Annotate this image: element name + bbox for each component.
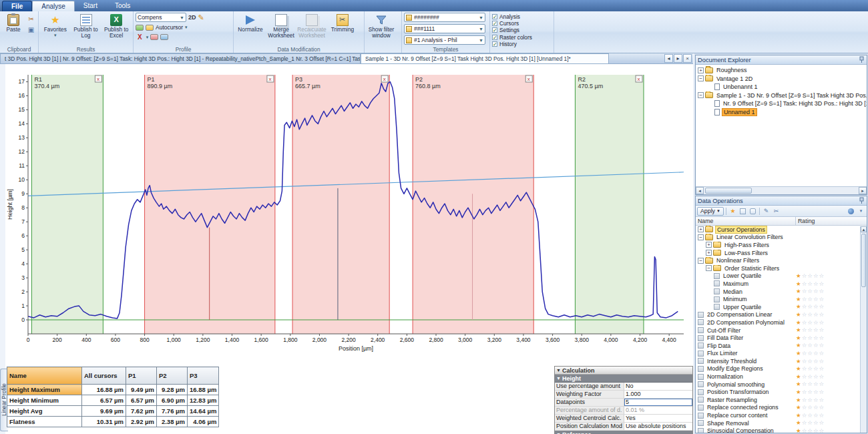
collapse-icon[interactable]: ▼ bbox=[556, 376, 561, 381]
scroll-right-icon[interactable]: ▸ bbox=[859, 187, 867, 194]
tab-scroll-right-button[interactable]: ▸ bbox=[674, 54, 682, 63]
data-op-item[interactable]: Position Transformation★☆☆☆☆ bbox=[696, 388, 867, 396]
checkbox-raster-colors[interactable]: ✓Raster colors bbox=[492, 34, 552, 41]
column-header-rating[interactable]: Rating bbox=[796, 217, 867, 225]
data-op-item[interactable]: Modify Edge Regions★☆☆☆☆ bbox=[696, 365, 867, 373]
cut-icon[interactable]: ✂ bbox=[26, 14, 36, 23]
tab-analyse[interactable]: Analyse bbox=[32, 1, 75, 11]
data-op-item[interactable]: Flip Data★☆☆☆☆ bbox=[696, 342, 867, 350]
close-icon[interactable]: x bbox=[383, 76, 386, 82]
favorite-star-icon[interactable]: ★ bbox=[728, 207, 737, 216]
data-op-item[interactable]: Polynomial smoothing★☆☆☆☆ bbox=[696, 381, 867, 389]
data-op-item[interactable]: −Linear Convolution Filters bbox=[696, 234, 867, 242]
data-op-item[interactable]: Cut-Off Filter★☆☆☆☆ bbox=[696, 327, 867, 335]
table-row[interactable]: Height Minimum6.57 µm6.57 µm6.90 µm12.83… bbox=[7, 395, 219, 406]
prop-value[interactable]: 1.000 bbox=[624, 391, 692, 398]
horizontal-scrollbar[interactable]: ◂ ▸ bbox=[696, 186, 867, 194]
data-op-item[interactable]: Sinusoidal Compensation★☆☆☆☆ bbox=[696, 427, 867, 433]
data-op-item[interactable]: +High-Pass Filters bbox=[696, 241, 867, 249]
close-icon[interactable]: x bbox=[97, 76, 99, 82]
doc-tree-item[interactable]: Nr. 9 Offset [Z=9 S=1] Task: Hight 3D Po… bbox=[696, 99, 867, 108]
tree-expander-icon[interactable]: − bbox=[698, 234, 704, 240]
prop-category-header[interactable]: ▼Calculation bbox=[555, 367, 692, 375]
pin-icon[interactable] bbox=[859, 56, 865, 63]
table-row[interactable]: Height Maximum16.88 µm9.49 µm9.28 µm16.8… bbox=[7, 385, 219, 395]
snap-icon[interactable] bbox=[160, 34, 168, 40]
template-dropdown-3[interactable]: #1 Analysis - Phil ▼ bbox=[404, 35, 485, 45]
tree-expander-icon[interactable]: + bbox=[698, 67, 704, 73]
list-view-icon[interactable] bbox=[748, 207, 757, 216]
worksheet-tab-1[interactable]: t 3D Pos. Hight 3D [1] | Nr. 9 Offset: [… bbox=[0, 53, 361, 63]
clear-filter-icon[interactable]: ✂ bbox=[772, 207, 781, 216]
prop-section-height[interactable]: ▼Height bbox=[555, 375, 692, 383]
collapse-icon[interactable]: ▼ bbox=[556, 368, 561, 373]
prop-value[interactable]: 5 bbox=[624, 399, 692, 406]
close-icon[interactable]: x bbox=[268, 76, 271, 82]
region-P3[interactable] bbox=[292, 75, 389, 334]
region-R1[interactable] bbox=[31, 75, 103, 334]
scrollbar-thumb[interactable] bbox=[861, 234, 866, 287]
tree-expander-icon[interactable]: − bbox=[698, 258, 704, 264]
prop-section-reference[interactable]: ▼Reference bbox=[555, 431, 692, 434]
tab-scroll-left-button[interactable]: ◂ bbox=[664, 54, 673, 63]
region-P2[interactable] bbox=[413, 75, 533, 334]
prop-value[interactable]: Yes bbox=[624, 415, 692, 422]
tree-expander-icon[interactable]: − bbox=[706, 265, 712, 271]
tree-expander-icon[interactable]: − bbox=[698, 92, 704, 98]
paste-button[interactable]: Paste bbox=[2, 13, 25, 33]
scroll-up-icon[interactable]: ▲ bbox=[861, 226, 867, 232]
checkbox-settings[interactable]: ✓Settings bbox=[492, 27, 552, 33]
recalculate-worksheet-button[interactable]: Recalculate Worksheet bbox=[297, 13, 327, 39]
data-op-item[interactable]: Raster Resampling★☆☆☆☆ bbox=[696, 396, 867, 404]
show-filter-window-button[interactable]: Show filter window bbox=[367, 13, 396, 39]
table-row[interactable]: Flatness10.31 µm2.92 µm2.38 µm4.06 µm bbox=[7, 417, 219, 427]
data-op-item[interactable]: Maximum★☆☆☆☆ bbox=[696, 280, 867, 288]
normalize-button[interactable]: Normalize bbox=[236, 13, 265, 33]
results-column-header[interactable]: P1 bbox=[126, 367, 157, 385]
yellow-marker-icon[interactable] bbox=[146, 25, 154, 31]
autocursor-dropdown-arrow[interactable]: ▾ bbox=[185, 25, 188, 30]
vertical-scrollbar[interactable]: ▲ bbox=[860, 226, 867, 433]
compens-dropdown[interactable]: Compens ▼ bbox=[136, 13, 186, 22]
tab-start[interactable]: Start bbox=[75, 1, 106, 11]
tab-close-button[interactable]: × bbox=[683, 54, 692, 63]
doc-tree-item[interactable]: Unnamed 1 bbox=[696, 108, 867, 117]
data-op-item[interactable]: Lower Quartile★☆☆☆☆ bbox=[696, 272, 867, 280]
green-marker-icon[interactable] bbox=[136, 25, 144, 31]
table-row[interactable]: Height Avg9.69 µm7.62 µm7.76 µm14.64 µm bbox=[7, 406, 219, 417]
result-name-cell[interactable]: Height Minimum bbox=[7, 395, 82, 406]
tree-expander-icon[interactable]: − bbox=[698, 75, 704, 81]
grid-view-icon[interactable] bbox=[738, 207, 747, 216]
doc-tree-item[interactable]: −Sample 1 - 3D Nr. 9 Offset [Z=9 S=1] Ta… bbox=[696, 91, 867, 100]
tree-expander-icon[interactable]: + bbox=[698, 226, 704, 232]
region-P1[interactable] bbox=[145, 75, 275, 334]
data-op-item[interactable]: Intensity Threshold★☆☆☆☆ bbox=[696, 357, 867, 365]
magnet-icon[interactable] bbox=[150, 34, 158, 40]
data-op-item[interactable]: Shape Removal★☆☆☆☆ bbox=[696, 419, 867, 427]
edit-filter-icon[interactable]: ✎ bbox=[762, 207, 771, 216]
prop-value[interactable]: No bbox=[624, 383, 692, 390]
refresh-icon[interactable] bbox=[847, 207, 855, 216]
more-options-icon[interactable]: ▼ bbox=[857, 207, 865, 216]
merge-worksheet-button[interactable]: Merge Worksheet bbox=[266, 13, 296, 39]
favorites-button[interactable]: ★ Favorites ▾ bbox=[41, 13, 70, 39]
data-op-item[interactable]: Flux Limiter★☆☆☆☆ bbox=[696, 350, 867, 358]
data-op-item[interactable]: −Nonlinear Filters bbox=[696, 256, 867, 264]
data-op-item[interactable]: −Order Statistic Filters bbox=[696, 264, 867, 272]
prop-value[interactable]: Use absolute positions bbox=[624, 423, 692, 430]
checkbox-history[interactable]: ✓History bbox=[492, 41, 552, 47]
tab-tools[interactable]: Tools bbox=[106, 1, 139, 11]
tree-expander-icon[interactable]: + bbox=[706, 242, 712, 248]
checkbox-cursors[interactable]: ✓Cursors bbox=[492, 20, 552, 27]
data-op-item[interactable]: Replace connected regions★☆☆☆☆ bbox=[696, 404, 867, 412]
apply-button[interactable]: Apply▼ bbox=[697, 207, 724, 216]
scroll-left-icon[interactable]: ◂ bbox=[696, 187, 704, 194]
worksheet-tab-2-active[interactable]: Sample 1 - 3D Nr. 9 Offset [Z=9 S=1] Tas… bbox=[361, 53, 609, 63]
template-dropdown-1[interactable]: ######## ▼ bbox=[404, 13, 485, 22]
doc-tree-item[interactable]: +Roughness bbox=[696, 66, 867, 75]
close-icon[interactable]: x bbox=[637, 76, 640, 82]
trimming-button[interactable]: Trimming bbox=[328, 13, 357, 33]
results-column-header[interactable]: P2 bbox=[157, 367, 188, 385]
result-name-cell[interactable]: Flatness bbox=[7, 417, 82, 427]
doc-tree-item[interactable]: Unbenannt 1 bbox=[696, 83, 867, 91]
